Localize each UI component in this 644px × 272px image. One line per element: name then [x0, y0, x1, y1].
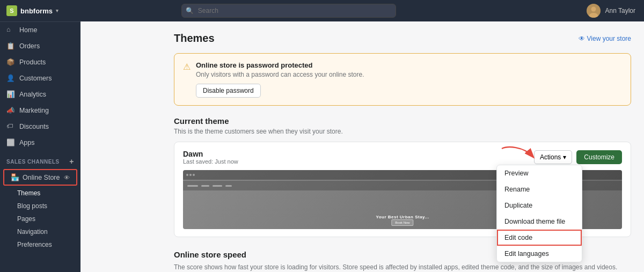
discounts-icon: 🏷	[6, 122, 15, 131]
eye-icon: 👁	[64, 174, 70, 181]
dropdown-item-edit-code[interactable]: Edit code	[497, 230, 582, 246]
svg-point-1	[591, 7, 596, 12]
preview-dots	[186, 174, 195, 176]
theme-card: Dawn Last saved: Just now Actions ▾ Cust…	[174, 142, 631, 237]
online-store-icon: 🏪	[11, 173, 19, 181]
eye-icon: 👁	[579, 35, 585, 42]
page-header: Themes 👁 View your store	[174, 32, 631, 45]
marketing-icon: 📣	[6, 106, 15, 115]
password-banner: ⚠ Online store is password protected Onl…	[174, 53, 631, 106]
sidebar-subitem-preferences[interactable]: Preferences	[0, 238, 80, 251]
theme-saved: Last saved: Just now	[183, 158, 238, 165]
app-name: bnbforms	[20, 7, 53, 15]
dropdown-item-preview[interactable]: Preview	[497, 165, 582, 181]
add-sales-channel-icon[interactable]: +	[69, 157, 74, 166]
actions-button[interactable]: Actions ▾	[534, 150, 572, 164]
sidebar-item-orders[interactable]: 📋 Orders	[0, 38, 80, 54]
user-name: Ann Taylor	[605, 7, 635, 14]
sidebar-item-apps[interactable]: ⬜ Apps	[0, 135, 80, 151]
theme-name-group: Dawn Last saved: Just now	[183, 150, 238, 165]
chevron-down-icon: ▾	[563, 153, 566, 161]
dropdown-icon: ▾	[56, 8, 58, 13]
customize-button[interactable]: Customize	[576, 150, 622, 164]
dropdown-item-download[interactable]: Download theme file	[497, 214, 582, 230]
online-store-item[interactable]: 🏪 Online Store 👁	[3, 169, 77, 186]
orders-icon: 📋	[6, 42, 15, 50]
theme-area: Dawn Last saved: Just now Actions ▾ Cust…	[174, 142, 631, 237]
main-content: Themes 👁 View your store ⚠ Online store …	[161, 21, 644, 272]
sidebar-item-customers[interactable]: 👤 Customers	[0, 70, 80, 86]
current-theme-section: Current theme This is the theme customer…	[174, 116, 631, 237]
sidebar-subitem-themes[interactable]: Themes	[0, 187, 80, 200]
avatar	[587, 4, 601, 18]
disable-password-button[interactable]: Disable password	[196, 84, 261, 98]
dropdown-item-rename[interactable]: Rename	[497, 181, 582, 197]
search-icon: 🔍	[186, 7, 194, 14]
password-banner-description: Only visitors with a password can access…	[196, 71, 364, 78]
sidebar: S bnbforms ▾ ⌂ Home 📋 Orders 📦 Products …	[0, 0, 80, 272]
search-input[interactable]	[181, 4, 396, 18]
sidebar-header[interactable]: S bnbforms ▾	[0, 0, 80, 22]
sidebar-subitem-blog-posts[interactable]: Blog posts	[0, 200, 80, 212]
dropdown-item-edit-languages[interactable]: Edit languages	[497, 246, 582, 262]
products-icon: 📦	[6, 58, 15, 67]
sidebar-item-home[interactable]: ⌂ Home	[0, 22, 80, 38]
topbar-right: Ann Taylor	[587, 4, 635, 18]
preview-overlay-text: Your Best Urban Stay...	[376, 215, 429, 219]
speed-description: The score shows how fast your store is l…	[174, 262, 631, 272]
current-theme-title: Current theme	[174, 116, 631, 126]
password-banner-content: Online store is password protected Only …	[196, 61, 364, 98]
page-title: Themes	[174, 32, 215, 45]
actions-dropdown: Preview Rename Duplicate Download theme …	[496, 165, 582, 262]
topbar: 🔍 Ann Taylor	[80, 0, 644, 21]
sidebar-subitem-navigation[interactable]: Navigation	[0, 225, 80, 238]
sidebar-item-marketing[interactable]: 📣 Marketing	[0, 102, 80, 119]
theme-actions: Actions ▾ Customize	[534, 150, 622, 164]
sidebar-item-products[interactable]: 📦 Products	[0, 54, 80, 70]
preview-dot	[189, 174, 192, 176]
password-banner-title: Online store is password protected	[196, 61, 364, 69]
apps-icon: ⬜	[6, 138, 15, 147]
view-store-link[interactable]: 👁 View your store	[579, 35, 631, 42]
preview-dot	[186, 174, 188, 176]
preview-dot	[193, 174, 195, 176]
home-icon: ⌂	[6, 26, 15, 34]
theme-card-header: Dawn Last saved: Just now Actions ▾ Cust…	[183, 150, 622, 165]
search-bar: 🔍	[181, 4, 396, 18]
current-theme-subtitle: This is the theme customers see when the…	[174, 128, 631, 135]
dropdown-item-duplicate[interactable]: Duplicate	[497, 197, 582, 214]
sidebar-subitem-pages[interactable]: Pages	[0, 212, 80, 225]
sidebar-item-analytics[interactable]: 📊 Analytics	[0, 86, 80, 102]
analytics-icon: 📊	[6, 90, 15, 99]
preview-overlay-button: Book Now	[391, 219, 413, 226]
shopify-logo-icon: S	[6, 5, 17, 16]
customers-icon: 👤	[6, 74, 15, 83]
sales-channels-label: SALES CHANNELS +	[0, 151, 80, 168]
warning-icon: ⚠	[183, 62, 191, 72]
theme-name: Dawn	[183, 150, 238, 158]
sidebar-item-discounts[interactable]: 🏷 Discounts	[0, 119, 80, 135]
